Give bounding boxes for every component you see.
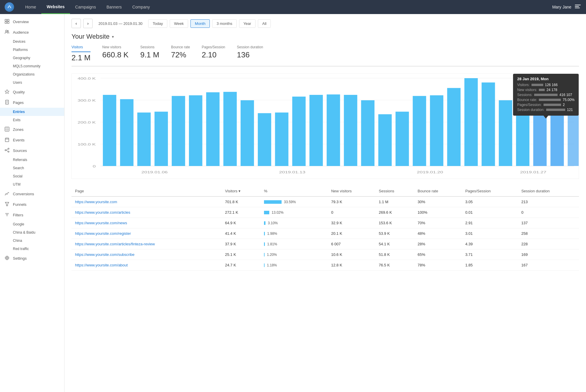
sidebar-item-entries[interactable]: Entries bbox=[0, 108, 64, 116]
tooltip-row-new-visitors: New visitors: 24 178 bbox=[517, 88, 575, 92]
nav-home[interactable]: Home bbox=[20, 0, 41, 14]
sidebar-item-organizations[interactable]: Organizations bbox=[0, 70, 64, 78]
svg-point-9 bbox=[6, 30, 7, 32]
svg-rect-44 bbox=[137, 112, 151, 166]
table-row[interactable]: https://www.yoursite.com/news 64.9 K 3.1… bbox=[71, 218, 579, 228]
metric-new-visitors[interactable]: New visitors 660.8 K bbox=[102, 45, 129, 62]
cell-visitors: 272.1 K bbox=[222, 207, 260, 218]
chart-container[interactable]: 400.0 K 300.0 K 200.0 K 100.0 K 0 bbox=[71, 73, 579, 179]
sidebar-item-settings[interactable]: Settings bbox=[0, 253, 64, 263]
svg-marker-11 bbox=[5, 90, 9, 94]
metric-sessions[interactable]: Sessions 9.1 M bbox=[140, 45, 159, 62]
sidebar-item-exits[interactable]: Exits bbox=[0, 116, 64, 124]
sidebar-item-funnels[interactable]: Funnels bbox=[0, 199, 64, 210]
sidebar-item-audience[interactable]: Audience bbox=[0, 27, 64, 37]
sidebar-item-zones[interactable]: Zones bbox=[0, 124, 64, 135]
table-row[interactable]: https://www.yoursite.com/articles/fintez… bbox=[71, 239, 579, 249]
table-row[interactable]: https://www.yoursite.com/articles 272.1 … bbox=[71, 207, 579, 218]
svg-rect-4 bbox=[575, 8, 580, 8]
col-new-visitors: New visitors bbox=[328, 186, 375, 196]
cell-session-duration: 167 bbox=[518, 260, 579, 271]
sidebar-item-search[interactable]: Search bbox=[0, 164, 64, 172]
cell-sessions: 51.8 K bbox=[375, 249, 414, 260]
nav-banners[interactable]: Banners bbox=[101, 0, 127, 14]
sidebar-item-platforms[interactable]: Platforms bbox=[0, 46, 64, 54]
next-period-button[interactable]: › bbox=[83, 19, 93, 28]
sidebar-item-users[interactable]: Users bbox=[0, 78, 64, 87]
cell-pct: 13.02% bbox=[260, 207, 328, 218]
sidebar-item-events[interactable]: Events bbox=[0, 135, 64, 145]
layout: Overview Audience Devices Platforms Geog… bbox=[0, 14, 586, 392]
sidebar-item-overview[interactable]: Overview bbox=[0, 16, 64, 27]
date-btn-3months[interactable]: 3 months bbox=[212, 19, 236, 28]
cell-page: https://www.yoursite.com/about bbox=[71, 260, 222, 271]
table-row[interactable]: https://www.yoursite.com 701.8 K 33.59% … bbox=[71, 196, 579, 207]
tooltip-row-bounce: Bounce rate: 75.00% bbox=[517, 98, 575, 102]
nav-company[interactable]: Company bbox=[127, 0, 155, 14]
metric-pages-label: Pages/Session bbox=[202, 45, 225, 49]
table-row[interactable]: https://www.yoursite.com/subscribe 25.1 … bbox=[71, 249, 579, 260]
sidebar-item-china-baidu[interactable]: China & Baidu bbox=[0, 228, 64, 237]
cell-bounce: 70% bbox=[414, 218, 462, 228]
metric-bounce-rate[interactable]: Bounce rate 72% bbox=[171, 45, 190, 62]
prev-period-button[interactable]: ‹ bbox=[71, 19, 81, 28]
sidebar-item-sources[interactable]: Sources bbox=[0, 145, 64, 156]
svg-point-0 bbox=[6, 4, 12, 10]
cell-pages-session: 0.01 bbox=[462, 207, 518, 218]
cell-bounce: 100% bbox=[414, 207, 462, 218]
table-row[interactable]: https://www.yoursite.com/register 41.4 K… bbox=[71, 228, 579, 239]
metric-pages-session[interactable]: Pages/Session 2.10 bbox=[202, 45, 225, 62]
sidebar-item-red-traffic[interactable]: Red traffic bbox=[0, 245, 64, 253]
top-nav: Home Websites Campaigns Banners Company … bbox=[0, 0, 586, 14]
sidebar-label-audience: Audience bbox=[13, 30, 29, 35]
svg-point-23 bbox=[5, 150, 6, 151]
metric-pages-value: 2.10 bbox=[202, 50, 225, 59]
website-dropdown-icon[interactable]: ▾ bbox=[112, 35, 114, 39]
tooltip-arrow bbox=[544, 116, 548, 119]
sidebar-item-pages[interactable]: Pages bbox=[0, 97, 64, 108]
svg-rect-64 bbox=[482, 83, 495, 166]
settings-icon bbox=[5, 256, 10, 261]
sidebar-item-conversions[interactable]: Conversions bbox=[0, 189, 64, 199]
sidebar-item-filters[interactable]: Filters bbox=[0, 210, 64, 220]
sidebar-item-google[interactable]: Google bbox=[0, 220, 64, 228]
sidebar-item-social[interactable]: Social bbox=[0, 172, 64, 180]
metric-session-duration[interactable]: Session duration 136 bbox=[237, 45, 263, 62]
cell-pages-session: 3.05 bbox=[462, 196, 518, 207]
table-row[interactable]: https://www.yoursite.com/about 24.7 K 1.… bbox=[71, 260, 579, 271]
tooltip-label-sessions: Sessions: bbox=[517, 93, 532, 97]
sidebar-item-geography[interactable]: Geography bbox=[0, 54, 64, 62]
svg-rect-19 bbox=[5, 138, 9, 142]
sources-icon bbox=[5, 148, 10, 153]
sidebar-item-devices[interactable]: Devices bbox=[0, 37, 64, 46]
svg-rect-65 bbox=[499, 100, 512, 166]
metric-visitors-value: 2.1 M bbox=[71, 53, 91, 62]
cell-new-visitors: 6 007 bbox=[328, 239, 375, 249]
svg-rect-57 bbox=[361, 100, 374, 166]
date-btn-month[interactable]: Month bbox=[190, 19, 210, 28]
date-btn-week[interactable]: Week bbox=[170, 19, 188, 28]
tooltip-bar-new-visitors bbox=[539, 89, 545, 91]
col-visitors[interactable]: Visitors ▾ bbox=[222, 186, 260, 196]
sidebar-label-overview: Overview bbox=[13, 20, 29, 24]
tooltip-bar-visitors bbox=[532, 84, 543, 86]
tooltip-row-duration: Session duration: 121 bbox=[517, 108, 575, 112]
svg-rect-53 bbox=[292, 97, 306, 166]
cell-page: https://www.yoursite.com/articles bbox=[71, 207, 222, 218]
sidebar-label-funnels: Funnels bbox=[13, 202, 26, 207]
date-btn-all[interactable]: All bbox=[258, 19, 271, 28]
col-sessions: Sessions bbox=[375, 186, 414, 196]
sidebar-item-china[interactable]: China bbox=[0, 237, 64, 245]
sidebar-item-referrals[interactable]: Referrals bbox=[0, 156, 64, 164]
sidebar-item-mql5[interactable]: MQL5.community bbox=[0, 62, 64, 70]
svg-text:0: 0 bbox=[93, 165, 96, 168]
user-menu-icon[interactable] bbox=[574, 4, 581, 11]
nav-websites[interactable]: Websites bbox=[41, 0, 70, 14]
date-btn-year[interactable]: Year bbox=[239, 19, 255, 28]
cell-session-duration: 137 bbox=[518, 218, 579, 228]
date-btn-today[interactable]: Today bbox=[148, 19, 167, 28]
metric-visitors[interactable]: Visitors 2.1 M bbox=[71, 45, 91, 62]
sidebar-item-utm[interactable]: UTM bbox=[0, 180, 64, 189]
sidebar-item-quality[interactable]: Quality bbox=[0, 87, 64, 97]
nav-campaigns[interactable]: Campaigns bbox=[70, 0, 101, 14]
